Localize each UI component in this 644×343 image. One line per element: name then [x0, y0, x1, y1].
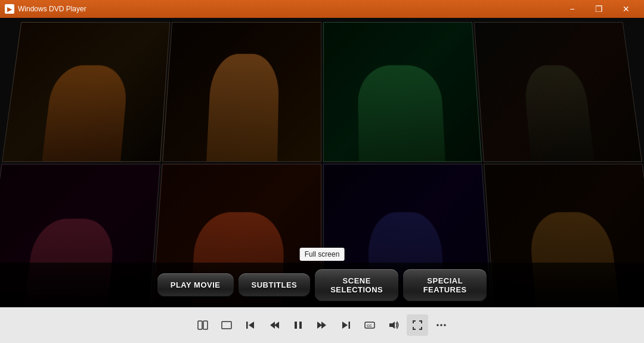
- svg-rect-7: [295, 322, 297, 329]
- prev-chapter-icon: [245, 320, 256, 330]
- grid-cell-1: [162, 22, 321, 161]
- svg-marker-4: [249, 322, 254, 329]
- svg-marker-9: [317, 322, 322, 329]
- more-icon: [436, 320, 447, 330]
- next-chapter-button[interactable]: [335, 314, 357, 336]
- dvd-menu-bar: PLAY MOVIE SUBTItLeS SCENESELECTIONS SPE…: [0, 263, 644, 307]
- rewind-button[interactable]: [264, 314, 285, 336]
- play-pause-icon: [293, 320, 304, 330]
- svg-rect-1: [203, 321, 208, 329]
- svg-rect-3: [246, 322, 248, 329]
- main-content: PLAY MOVIE SUBTItLeS SCENESELECTIONS SPE…: [0, 18, 644, 307]
- svg-rect-0: [198, 321, 202, 329]
- fullscreen-button[interactable]: [407, 314, 428, 336]
- svg-marker-5: [270, 322, 275, 329]
- volume-icon: [388, 320, 399, 330]
- svg-marker-6: [274, 322, 279, 329]
- captions-button[interactable]: CC: [359, 314, 380, 336]
- subtitles-button[interactable]: SUBTItLeS: [239, 273, 311, 297]
- titlebar-left: ▶ Windows DVD Player: [5, 4, 86, 14]
- controls-bar: CC: [0, 307, 644, 343]
- svg-rect-12: [349, 322, 351, 329]
- app-icon: ▶: [5, 4, 14, 14]
- fast-forward-button[interactable]: [311, 314, 333, 336]
- svg-rect-2: [222, 322, 231, 329]
- svg-rect-8: [299, 322, 302, 329]
- scene-selections-button[interactable]: SCENESELECTIONS: [315, 269, 398, 301]
- grid-cell-3: [473, 22, 642, 161]
- grid-cell-2: [323, 22, 481, 161]
- svg-marker-10: [321, 322, 326, 329]
- play-movie-button[interactable]: PLAY MOVIE: [157, 273, 234, 297]
- svg-text:CC: CC: [367, 324, 372, 328]
- fast-forward-icon: [317, 320, 327, 330]
- maximize-button[interactable]: ❐: [586, 0, 612, 18]
- svg-marker-11: [342, 322, 348, 329]
- close-button[interactable]: ✕: [612, 0, 639, 18]
- titlebar: ▶ Windows DVD Player − ❐ ✕: [0, 0, 644, 18]
- svg-point-18: [444, 324, 446, 326]
- play-pause-button[interactable]: [287, 314, 309, 336]
- fullscreen-icon: [412, 320, 423, 330]
- volume-button[interactable]: [383, 314, 404, 336]
- grid-cell-0: [2, 22, 170, 161]
- aspect-ratio-button[interactable]: [216, 314, 237, 336]
- svg-point-16: [436, 324, 439, 326]
- rewind-icon: [269, 320, 280, 330]
- next-chapter-icon: [340, 320, 351, 330]
- more-options-button[interactable]: [431, 314, 452, 336]
- minimize-button[interactable]: −: [559, 0, 586, 18]
- aspect-icon: [221, 320, 232, 330]
- prev-chapter-button[interactable]: [240, 314, 261, 336]
- chapters-view-button[interactable]: [192, 314, 213, 336]
- app-title: Windows DVD Player: [18, 5, 86, 13]
- special-features-button[interactable]: SPECIALFEATURES: [403, 269, 487, 301]
- titlebar-controls: − ❐ ✕: [559, 0, 639, 18]
- captions-icon: CC: [364, 320, 375, 330]
- chapters-icon: [197, 320, 208, 330]
- svg-point-17: [440, 324, 442, 326]
- svg-marker-15: [389, 322, 395, 329]
